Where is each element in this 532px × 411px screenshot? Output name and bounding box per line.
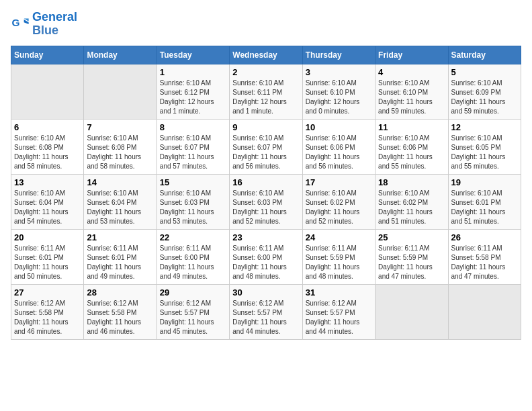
day-number: 5 — [451, 67, 518, 77]
calendar-cell: 23Sunrise: 6:11 AM Sunset: 6:00 PM Dayli… — [230, 229, 302, 284]
calendar-cell: 25Sunrise: 6:11 AM Sunset: 5:59 PM Dayli… — [375, 229, 448, 284]
day-number: 21 — [87, 232, 153, 242]
day-info: Sunrise: 6:11 AM Sunset: 5:58 PM Dayligh… — [451, 244, 518, 281]
day-number: 3 — [306, 67, 372, 77]
calendar-cell: 2Sunrise: 6:10 AM Sunset: 6:11 PM Daylig… — [230, 64, 302, 119]
weekday-header-friday: Friday — [375, 46, 448, 64]
day-number: 10 — [306, 122, 372, 132]
day-info: Sunrise: 6:10 AM Sunset: 6:02 PM Dayligh… — [306, 189, 372, 226]
day-info: Sunrise: 6:11 AM Sunset: 5:59 PM Dayligh… — [306, 244, 372, 281]
weekday-header-thursday: Thursday — [302, 46, 375, 64]
calendar-cell: 20Sunrise: 6:11 AM Sunset: 6:01 PM Dayli… — [11, 229, 84, 284]
day-info: Sunrise: 6:12 AM Sunset: 5:58 PM Dayligh… — [87, 299, 153, 336]
weekday-header-saturday: Saturday — [448, 46, 521, 64]
calendar-week-2: 6Sunrise: 6:10 AM Sunset: 6:08 PM Daylig… — [11, 119, 521, 174]
logo-text: General Blue — [32, 11, 77, 38]
day-info: Sunrise: 6:11 AM Sunset: 6:01 PM Dayligh… — [14, 244, 81, 281]
calendar-cell: 19Sunrise: 6:10 AM Sunset: 6:01 PM Dayli… — [448, 174, 521, 229]
day-number: 19 — [451, 177, 518, 187]
weekday-header-sunday: Sunday — [11, 46, 84, 64]
day-number: 22 — [160, 232, 226, 242]
calendar-cell: 5Sunrise: 6:10 AM Sunset: 6:09 PM Daylig… — [448, 64, 521, 119]
calendar-cell: 15Sunrise: 6:10 AM Sunset: 6:03 PM Dayli… — [157, 174, 229, 229]
calendar-cell: 3Sunrise: 6:10 AM Sunset: 6:10 PM Daylig… — [302, 64, 375, 119]
calendar-cell: 17Sunrise: 6:10 AM Sunset: 6:02 PM Dayli… — [302, 174, 375, 229]
day-number: 26 — [451, 232, 518, 242]
day-info: Sunrise: 6:10 AM Sunset: 6:10 PM Dayligh… — [306, 79, 372, 116]
calendar-cell: 18Sunrise: 6:10 AM Sunset: 6:02 PM Dayli… — [375, 174, 448, 229]
calendar-week-1: 1Sunrise: 6:10 AM Sunset: 6:12 PM Daylig… — [11, 64, 521, 119]
day-number: 16 — [232, 177, 299, 187]
day-number: 29 — [160, 287, 226, 298]
day-info: Sunrise: 6:10 AM Sunset: 6:07 PM Dayligh… — [160, 134, 226, 171]
day-number: 20 — [14, 232, 81, 242]
weekday-header-monday: Monday — [84, 46, 157, 64]
calendar-cell: 12Sunrise: 6:10 AM Sunset: 6:05 PM Dayli… — [448, 119, 521, 174]
day-info: Sunrise: 6:10 AM Sunset: 6:03 PM Dayligh… — [232, 189, 299, 226]
day-info: Sunrise: 6:10 AM Sunset: 6:08 PM Dayligh… — [14, 134, 81, 171]
calendar-week-4: 20Sunrise: 6:11 AM Sunset: 6:01 PM Dayli… — [11, 229, 521, 284]
day-number: 18 — [378, 177, 445, 187]
day-number: 4 — [378, 67, 445, 77]
day-info: Sunrise: 6:10 AM Sunset: 6:07 PM Dayligh… — [232, 134, 299, 171]
day-info: Sunrise: 6:10 AM Sunset: 6:05 PM Dayligh… — [451, 134, 518, 171]
day-number: 13 — [14, 177, 81, 187]
day-number: 7 — [87, 122, 153, 132]
logo-icon: G — [11, 15, 30, 34]
day-number: 27 — [14, 287, 81, 298]
calendar-cell: 7Sunrise: 6:10 AM Sunset: 6:08 PM Daylig… — [84, 119, 157, 174]
calendar-cell: 16Sunrise: 6:10 AM Sunset: 6:03 PM Dayli… — [230, 174, 302, 229]
calendar-cell: 14Sunrise: 6:10 AM Sunset: 6:04 PM Dayli… — [84, 174, 157, 229]
logo: G General Blue — [11, 11, 77, 38]
day-info: Sunrise: 6:10 AM Sunset: 6:04 PM Dayligh… — [87, 189, 153, 226]
day-number: 8 — [160, 122, 226, 132]
day-info: Sunrise: 6:11 AM Sunset: 6:01 PM Dayligh… — [87, 244, 153, 281]
calendar-cell: 8Sunrise: 6:10 AM Sunset: 6:07 PM Daylig… — [157, 119, 229, 174]
calendar-cell: 11Sunrise: 6:10 AM Sunset: 6:06 PM Dayli… — [375, 119, 448, 174]
day-number: 11 — [378, 122, 445, 132]
day-info: Sunrise: 6:11 AM Sunset: 6:00 PM Dayligh… — [232, 244, 299, 281]
day-info: Sunrise: 6:10 AM Sunset: 6:02 PM Dayligh… — [378, 189, 445, 226]
page-header: G General Blue — [11, 11, 521, 38]
weekday-header-tuesday: Tuesday — [157, 46, 229, 64]
day-info: Sunrise: 6:10 AM Sunset: 6:01 PM Dayligh… — [451, 189, 518, 226]
day-number: 1 — [160, 67, 226, 77]
day-number: 23 — [232, 232, 299, 242]
svg-text:G: G — [11, 17, 19, 28]
day-info: Sunrise: 6:10 AM Sunset: 6:03 PM Dayligh… — [160, 189, 226, 226]
day-info: Sunrise: 6:10 AM Sunset: 6:11 PM Dayligh… — [232, 79, 299, 116]
calendar-cell — [11, 64, 84, 119]
day-number: 25 — [378, 232, 445, 242]
day-info: Sunrise: 6:12 AM Sunset: 5:57 PM Dayligh… — [232, 299, 299, 336]
day-number: 6 — [14, 122, 81, 132]
day-info: Sunrise: 6:12 AM Sunset: 5:57 PM Dayligh… — [306, 299, 372, 336]
day-number: 28 — [87, 287, 153, 298]
calendar-table: SundayMondayTuesdayWednesdayThursdayFrid… — [11, 46, 521, 340]
day-number: 9 — [232, 122, 299, 132]
day-info: Sunrise: 6:12 AM Sunset: 5:58 PM Dayligh… — [14, 299, 81, 336]
calendar-cell — [375, 284, 448, 339]
day-number: 30 — [232, 287, 299, 298]
day-info: Sunrise: 6:11 AM Sunset: 6:00 PM Dayligh… — [160, 244, 226, 281]
day-number: 2 — [232, 67, 299, 77]
weekday-header-wednesday: Wednesday — [230, 46, 302, 64]
day-number: 24 — [306, 232, 372, 242]
day-info: Sunrise: 6:10 AM Sunset: 6:06 PM Dayligh… — [306, 134, 372, 171]
calendar-cell: 1Sunrise: 6:10 AM Sunset: 6:12 PM Daylig… — [157, 64, 229, 119]
day-number: 31 — [306, 287, 372, 298]
day-number: 17 — [306, 177, 372, 187]
calendar-cell: 22Sunrise: 6:11 AM Sunset: 6:00 PM Dayli… — [157, 229, 229, 284]
calendar-cell: 31Sunrise: 6:12 AM Sunset: 5:57 PM Dayli… — [302, 284, 375, 339]
calendar-cell: 21Sunrise: 6:11 AM Sunset: 6:01 PM Dayli… — [84, 229, 157, 284]
calendar-cell: 10Sunrise: 6:10 AM Sunset: 6:06 PM Dayli… — [302, 119, 375, 174]
day-number: 14 — [87, 177, 153, 187]
weekday-header-row: SundayMondayTuesdayWednesdayThursdayFrid… — [11, 46, 521, 64]
calendar-cell: 9Sunrise: 6:10 AM Sunset: 6:07 PM Daylig… — [230, 119, 302, 174]
day-info: Sunrise: 6:12 AM Sunset: 5:57 PM Dayligh… — [160, 299, 226, 336]
calendar-cell: 4Sunrise: 6:10 AM Sunset: 6:10 PM Daylig… — [375, 64, 448, 119]
calendar-cell: 29Sunrise: 6:12 AM Sunset: 5:57 PM Dayli… — [157, 284, 229, 339]
calendar-cell: 27Sunrise: 6:12 AM Sunset: 5:58 PM Dayli… — [11, 284, 84, 339]
calendar-cell — [84, 64, 157, 119]
day-info: Sunrise: 6:11 AM Sunset: 5:59 PM Dayligh… — [378, 244, 445, 281]
calendar-week-3: 13Sunrise: 6:10 AM Sunset: 6:04 PM Dayli… — [11, 174, 521, 229]
